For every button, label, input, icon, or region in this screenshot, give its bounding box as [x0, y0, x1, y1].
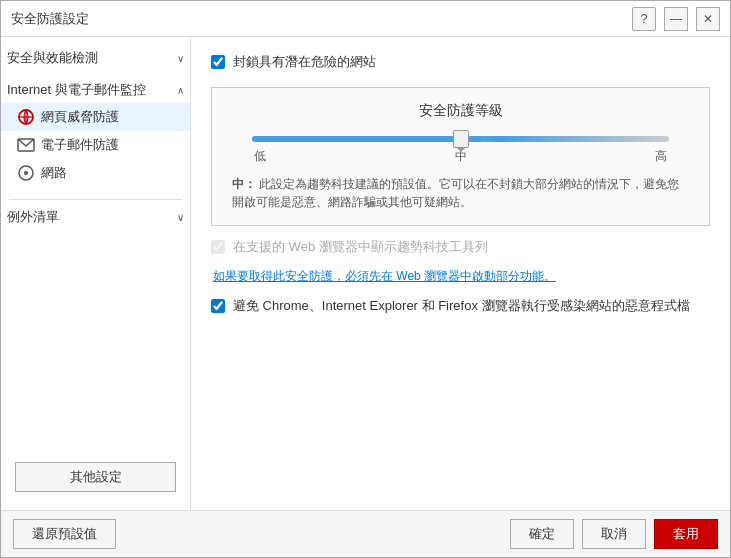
main-panel: 封鎖具有潛在危險的網站 安全防護等級 低 中 高 [191, 37, 730, 510]
mail-icon [17, 136, 35, 154]
security-description: 中： 此設定為趨勢科技建議的預設值。它可以在不封鎖大部分網站的情況下，避免您開啟… [232, 175, 689, 211]
slider-label-high: 高 [655, 148, 667, 165]
title-bar-controls: ? — ✕ [632, 7, 720, 31]
malware-checkbox-row: 避免 Chrome、Internet Explorer 和 Firefox 瀏覽… [211, 297, 710, 315]
web-browser-toolbar-checkbox [211, 240, 225, 254]
chevron-down-icon: ∨ [177, 53, 184, 64]
confirm-button[interactable]: 確定 [510, 519, 574, 549]
block-dangerous-sites-checkbox[interactable] [211, 55, 225, 69]
minimize-button[interactable]: — [664, 7, 688, 31]
help-button[interactable]: ? [632, 7, 656, 31]
browser-link[interactable]: 如果要取得此安全防護，必須先在 Web 瀏覽器中啟動部分功能。 [213, 269, 556, 283]
sidebar: 安全與效能檢測 ∨ Internet 與電子郵件監控 ∧ [1, 37, 191, 510]
malware-checkbox[interactable] [211, 299, 225, 313]
bottom-left: 還原預設值 [13, 519, 116, 549]
slider-thumb[interactable] [453, 130, 469, 148]
web-browser-toolbar-label: 在支援的 Web 瀏覽器中顯示趨勢科技工具列 [233, 238, 488, 256]
sidebar-item-network-label: 網路 [41, 164, 67, 182]
window-title: 安全防護設定 [11, 10, 89, 28]
sidebar-item-email-protection[interactable]: 電子郵件防護 [1, 131, 190, 159]
sidebar-item-email-protection-label: 電子郵件防護 [41, 136, 119, 154]
close-button[interactable]: ✕ [696, 7, 720, 31]
slider-track [252, 136, 669, 142]
bottom-bar: 還原預設值 確定 取消 套用 [1, 510, 730, 557]
block-dangerous-sites-row: 封鎖具有潛在危險的網站 [211, 53, 710, 71]
content-area: 安全與效能檢測 ∨ Internet 與電子郵件監控 ∧ [1, 37, 730, 510]
sidebar-item-web-protection[interactable]: 網頁威脅防護 [1, 103, 190, 131]
chevron-up-icon: ∧ [177, 85, 184, 96]
apply-button[interactable]: 套用 [654, 519, 718, 549]
other-settings-button[interactable]: 其他設定 [15, 462, 176, 492]
malware-checkbox-label: 避免 Chrome、Internet Explorer 和 Firefox 瀏覽… [233, 297, 690, 315]
security-slider-container: 低 中 高 [252, 136, 669, 165]
restore-defaults-button[interactable]: 還原預設值 [13, 519, 116, 549]
sidebar-section-exceptions-label: 例外清單 [7, 208, 59, 226]
block-dangerous-sites-label: 封鎖具有潛在危險的網站 [233, 53, 376, 71]
globe-icon [17, 108, 35, 126]
network-icon [17, 164, 35, 182]
sidebar-item-network[interactable]: 網路 [1, 159, 190, 187]
security-level-section: 安全防護等級 低 中 高 中： 此設定為趨勢科技建議的 [211, 87, 710, 226]
cancel-button[interactable]: 取消 [582, 519, 646, 549]
sidebar-item-web-protection-label: 網頁威脅防護 [41, 108, 119, 126]
title-bar: 安全防護設定 ? — ✕ [1, 1, 730, 37]
sidebar-section-exceptions[interactable]: 例外清單 ∨ [1, 204, 190, 230]
main-window: 安全防護設定 ? — ✕ 安全與效能檢測 ∨ Internet 與電子郵件監控 … [0, 0, 731, 558]
security-desc-prefix: 中： [232, 177, 256, 191]
chevron-down-icon-2: ∨ [177, 212, 184, 223]
browser-link-row: 如果要取得此安全防護，必須先在 Web 瀏覽器中啟動部分功能。 [211, 268, 710, 285]
sidebar-divider [9, 199, 182, 200]
slider-label-low: 低 [254, 148, 266, 165]
bottom-right: 確定 取消 套用 [510, 519, 718, 549]
sidebar-section-security[interactable]: 安全與效能檢測 ∨ [1, 45, 190, 71]
sidebar-section-security-label: 安全與效能檢測 [7, 49, 98, 67]
web-browser-toolbar-row: 在支援的 Web 瀏覽器中顯示趨勢科技工具列 [211, 238, 710, 256]
sidebar-section-internet[interactable]: Internet 與電子郵件監控 ∧ [1, 77, 190, 103]
security-desc-text: 此設定為趨勢科技建議的預設值。它可以在不封鎖大部分網站的情況下，避免您開啟可能是… [232, 177, 679, 209]
bottom-bar-inner: 還原預設值 確定 取消 套用 [1, 511, 730, 557]
security-level-title: 安全防護等級 [232, 102, 689, 120]
sidebar-section-internet-label: Internet 與電子郵件監控 [7, 81, 146, 99]
svg-point-5 [24, 171, 28, 175]
